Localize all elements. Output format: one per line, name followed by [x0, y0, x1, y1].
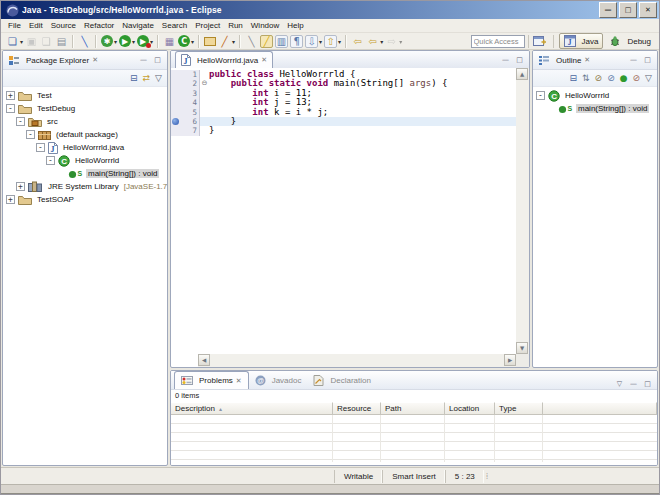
breakpoint-icon[interactable]	[172, 118, 179, 125]
open-perspective-button[interactable]	[533, 34, 549, 49]
mark-occurrences-button[interactable]: ╱	[260, 34, 273, 49]
coverage-button[interactable]: ▶▾	[137, 34, 153, 49]
forward-button[interactable]: ⇨▾	[385, 34, 402, 49]
scroll-down-icon[interactable]: ▼	[516, 342, 528, 354]
dropdown-arrow-icon[interactable]: ▾	[319, 38, 322, 45]
editor-maximize-icon[interactable]: □	[514, 55, 525, 65]
menu-search[interactable]: Search	[158, 20, 191, 31]
tree-expander-icon[interactable]: -	[36, 143, 45, 152]
editor-minimize-icon[interactable]: —	[500, 55, 511, 65]
menu-navigate[interactable]: Navigate	[118, 20, 158, 31]
new-java-class-button[interactable]: C▾	[178, 34, 194, 49]
breakpoint-ruler[interactable]	[171, 79, 180, 88]
tree-item[interactable]: +JRE System Library[JavaSE-1.7]	[3, 180, 167, 193]
close-button[interactable]: ✕	[639, 2, 657, 18]
perspective-debug[interactable]: Debug	[605, 34, 655, 48]
dropdown-arrow-icon[interactable]: ▾	[380, 38, 383, 45]
column-header-type[interactable]: Type	[495, 402, 543, 415]
run-button[interactable]: ▶▾	[119, 34, 135, 49]
collapse-all-icon[interactable]: ⊟	[569, 73, 577, 83]
code-editor[interactable]: 1public class HelloWorrrld {2⊖ public st…	[171, 68, 516, 354]
hide-non-public-icon[interactable]: ●	[620, 73, 628, 83]
tab-helloworrrld-java[interactable]: J HelloWorrrld.java ✕	[175, 51, 273, 68]
open-resource-button[interactable]	[204, 34, 216, 49]
new-java-project-button[interactable]: ▦	[163, 34, 176, 49]
paintbrush-button[interactable]: ╱▾	[218, 34, 235, 49]
tree-expander-icon[interactable]: +	[6, 91, 15, 100]
skip-all-breakpoints-button[interactable]: ╲	[78, 34, 91, 49]
back-button[interactable]: ⇦▾	[366, 34, 383, 49]
next-annotation-button[interactable]: ⇩▾	[305, 34, 322, 49]
problems-view-menu-icon[interactable]: ▽	[614, 379, 625, 389]
hide-static-members-icon[interactable]: ⊘	[607, 73, 615, 83]
hide-local-types-icon[interactable]: ⊘	[633, 73, 641, 83]
save-all-button[interactable]: ❑	[40, 34, 53, 49]
breakpoint-ruler[interactable]	[171, 89, 180, 98]
editor-vertical-scrollbar[interactable]: ▲ ▼	[515, 68, 529, 354]
dropdown-arrow-icon[interactable]: ▾	[132, 38, 135, 45]
collapse-all-icon[interactable]: ⊟	[130, 73, 138, 83]
menu-edit[interactable]: Edit	[25, 20, 47, 31]
code-line[interactable]: 7}	[171, 126, 516, 135]
tree-item[interactable]: -CHelloWorrrld	[3, 154, 167, 167]
package-explorer-maximize-icon[interactable]: □	[152, 55, 163, 65]
problems-minimize-icon[interactable]: —	[628, 379, 639, 389]
column-header-filler[interactable]	[543, 402, 657, 415]
menu-refactor[interactable]: Refactor	[80, 20, 118, 31]
breakpoint-ruler[interactable]	[171, 117, 180, 126]
maximize-button[interactable]: □	[619, 2, 637, 18]
close-icon[interactable]: ✕	[261, 56, 267, 64]
menu-source[interactable]: Source	[47, 20, 80, 31]
close-icon[interactable]: ✕	[236, 377, 242, 385]
problems-maximize-icon[interactable]: □	[642, 379, 653, 389]
editor-horizontal-scrollbar[interactable]: ◀ ▶	[198, 353, 516, 367]
perspective-java[interactable]: JJava	[559, 33, 604, 49]
dropdown-arrow-icon[interactable]: ▾	[232, 38, 235, 45]
tree-item[interactable]: +Test	[3, 89, 167, 102]
block-selection-button[interactable]: ▥	[275, 34, 288, 49]
outline-item[interactable]: Smain(String[]) : void	[533, 102, 657, 115]
tree-item[interactable]: -JHelloWorrrld.java	[3, 141, 167, 154]
dropdown-arrow-icon[interactable]: ▾	[114, 38, 117, 45]
print-button[interactable]: ▤	[55, 34, 68, 49]
scroll-left-icon[interactable]: ◀	[198, 354, 210, 366]
tree-expander-icon[interactable]: -	[536, 91, 545, 100]
tree-expander-icon[interactable]: -	[26, 130, 35, 139]
outline-maximize-icon[interactable]: □	[642, 55, 653, 65]
tree-item[interactable]: -(default package)	[3, 128, 167, 141]
tree-expander-icon[interactable]: -	[16, 117, 25, 126]
dropdown-arrow-icon[interactable]: ▾	[20, 38, 23, 45]
tree-item[interactable]: -src	[3, 115, 167, 128]
menu-project[interactable]: Project	[191, 20, 224, 31]
breakpoint-ruler[interactable]	[171, 98, 180, 107]
column-header-path[interactable]: Path	[381, 402, 445, 415]
scroll-right-icon[interactable]: ▶	[504, 354, 516, 366]
fold-marker-icon[interactable]: ⊖	[200, 79, 209, 88]
menu-window[interactable]: Window	[247, 20, 283, 31]
tree-expander-icon[interactable]: -	[46, 156, 55, 165]
dropdown-arrow-icon[interactable]: ▾	[399, 38, 402, 45]
search-button[interactable]: ╲	[245, 34, 258, 49]
close-icon[interactable]: ✕	[92, 56, 98, 64]
code-text[interactable]: int k = i * j;	[209, 108, 516, 117]
column-header-resource[interactable]: Resource	[333, 402, 381, 415]
link-with-editor-icon[interactable]: ⇄	[143, 73, 151, 83]
dropdown-arrow-icon[interactable]: ▾	[338, 38, 341, 45]
tree-expander-icon[interactable]: +	[16, 182, 25, 191]
breakpoint-ruler[interactable]	[171, 70, 180, 79]
breakpoint-ruler[interactable]	[171, 126, 180, 135]
dropdown-arrow-icon[interactable]: ▾	[191, 38, 194, 45]
breakpoint-ruler[interactable]	[171, 108, 180, 117]
tab-problems[interactable]: Problems✕	[174, 371, 249, 389]
column-header-location[interactable]: Location	[445, 402, 495, 415]
menu-help[interactable]: Help	[283, 20, 307, 31]
show-whitespace-button[interactable]: ¶	[290, 34, 303, 49]
code-line[interactable]: 6 }	[171, 117, 516, 126]
save-button[interactable]: ▣	[25, 34, 38, 49]
code-text[interactable]: }	[209, 117, 516, 126]
menu-run[interactable]: Run	[224, 20, 247, 31]
last-edit-location-button[interactable]: ⇦	[351, 34, 364, 49]
tree-item[interactable]: -TestDebug	[3, 102, 167, 115]
column-header-description[interactable]: Description▴	[171, 402, 333, 415]
view-menu-icon[interactable]: ▽	[155, 73, 162, 83]
